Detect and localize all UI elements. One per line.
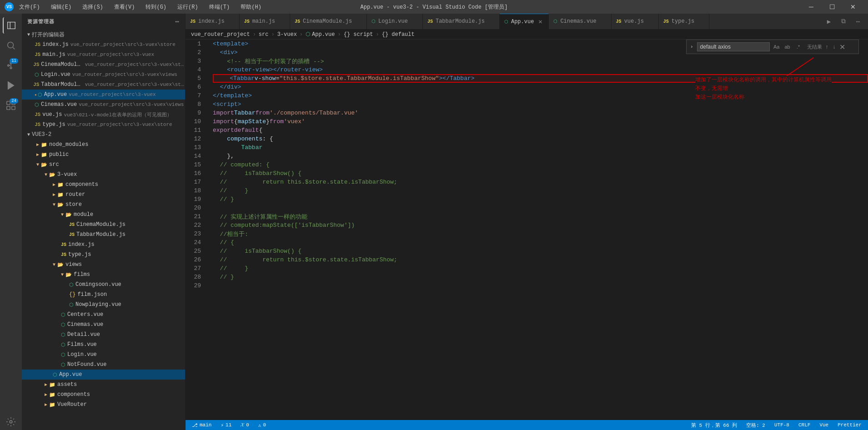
tab-index-js[interactable]: JS index.js ✕	[186, 14, 240, 29]
menu-view[interactable]: 查看(V)	[112, 2, 137, 12]
tab-close-icon[interactable]: ✕	[647, 18, 654, 25]
tab-close-icon[interactable]: ✕	[537, 18, 544, 25]
tree-views[interactable]: ▼ 📂 views	[22, 260, 185, 270]
tree-store-type-js[interactable]: JS type.js	[22, 250, 185, 260]
status-encoding[interactable]: UTF-8	[773, 422, 791, 428]
whole-word-button[interactable]: ab	[783, 42, 793, 52]
menu-edit[interactable]: 编辑(E)	[49, 2, 74, 12]
tree-nowplaying-vue[interactable]: ⬡ Nowplaying.vue	[22, 300, 185, 310]
tree-film-json[interactable]: {} film.json	[22, 290, 185, 300]
breadcrumb-project[interactable]: vue_router_project	[191, 31, 250, 38]
breadcrumb-script[interactable]: {} script	[344, 31, 373, 38]
tab-cinema-module-js[interactable]: JS CinemaModule.js ✕	[290, 14, 367, 29]
tree-components-top[interactable]: ▶ 📁 components	[22, 390, 185, 400]
tree-detail-vue[interactable]: ⬡ Detail.vue	[22, 330, 185, 340]
tree-films-vue[interactable]: ⬡ Films.vue	[22, 340, 185, 350]
status-indent[interactable]: 空格: 2	[744, 422, 767, 429]
breadcrumb-src[interactable]: src	[259, 31, 269, 38]
status-warnings[interactable]: 𝓧 0	[239, 422, 251, 428]
tree-store-index-js[interactable]: JS index.js	[22, 240, 185, 250]
tab-cinemas-vue[interactable]: ⬡ Cinemas.vue ✕	[549, 14, 611, 29]
tree-assets[interactable]: ▶ 📁 assets	[22, 380, 185, 390]
status-branch[interactable]: ⎇ main	[190, 422, 213, 428]
tree-notfound-vue[interactable]: ⬡ NotFound.vue	[22, 360, 185, 370]
open-file-main-js[interactable]: JS main.js vue_router_project\src\3-vuex	[22, 50, 185, 60]
menu-goto[interactable]: 转到(G)	[144, 2, 168, 12]
open-file-tabbar-module-js[interactable]: JS TabbarModule.js vue_router_project\sr…	[22, 80, 185, 90]
sidebar-header-icons[interactable]: ⋯	[176, 18, 180, 25]
project-section[interactable]: ▼ VUE3-2	[22, 130, 185, 140]
status-eol[interactable]: CRLF	[797, 422, 812, 428]
menu-select[interactable]: 选择(S)	[80, 2, 105, 12]
find-prev-button[interactable]: ↑	[824, 43, 830, 51]
tab-app-vue[interactable]: ⬡ App.vue ✕	[500, 14, 549, 29]
status-cursor[interactable]: 第 5 行，第 66 列	[689, 422, 739, 429]
tab-close-icon[interactable]: ✕	[227, 18, 235, 25]
split-editor-button[interactable]: ⧉	[837, 16, 850, 26]
open-file-cinema-module-js[interactable]: JS CinemaModule.js vue_router_project\sr…	[22, 60, 185, 70]
activity-explorer[interactable]	[3, 17, 19, 34]
tab-login-vue[interactable]: ⬡ Login.vue ✕	[367, 14, 423, 29]
tab-close-icon[interactable]: ✕	[487, 18, 495, 25]
breadcrumb-appvue[interactable]: ⬡ App.vue	[306, 31, 335, 38]
tree-node-modules[interactable]: ▶ 📁 node_modules	[22, 140, 185, 150]
tab-close-icon[interactable]: ✕	[411, 18, 418, 25]
find-close-button[interactable]: ✕	[839, 43, 845, 51]
tree-src[interactable]: ▼ 📂 src	[22, 160, 185, 170]
activity-settings[interactable]	[3, 414, 19, 430]
run-button[interactable]: ▶	[823, 16, 835, 26]
breadcrumb-3vuex[interactable]: 3-vuex	[277, 31, 297, 38]
menu-terminal[interactable]: 终端(T)	[207, 2, 232, 12]
breadcrumb-default[interactable]: {} default	[382, 31, 415, 38]
find-next-button[interactable]: ↓	[831, 43, 838, 51]
menu-file[interactable]: 文件(F)	[17, 2, 42, 12]
tab-close-icon[interactable]: ✕	[599, 18, 607, 25]
tree-vuerouter[interactable]: ▶ 📁 VueRouter	[22, 400, 185, 410]
tree-3vuex[interactable]: ▼ 📂 3-vuex	[22, 170, 185, 180]
status-language[interactable]: Vue	[818, 422, 830, 428]
status-formatter[interactable]: Prettier	[836, 422, 863, 428]
tab-type-js[interactable]: JS type.js ✕	[659, 14, 709, 29]
maximize-button[interactable]: ☐	[822, 0, 843, 14]
tab-close-icon[interactable]: ✕	[278, 18, 285, 25]
regex-button[interactable]: .*	[793, 42, 803, 52]
open-file-vue-js[interactable]: JS vue.js vue3\021-v-model在表单的运用（可见视图）	[22, 110, 185, 120]
tree-router[interactable]: ▶ 📁 router	[22, 190, 185, 200]
open-file-type-js[interactable]: JS type.js vue_router_project\src\3-vuex…	[22, 120, 185, 130]
tree-tabbar-module-js[interactable]: JS TabbarModule.js	[22, 230, 185, 240]
activity-extensions[interactable]: 24	[3, 97, 19, 114]
tree-module[interactable]: ▼ 📂 module	[22, 210, 185, 220]
tab-tabbar-module-js[interactable]: JS TabbarModule.js ✕	[423, 14, 500, 29]
case-sensitive-button[interactable]: Aa	[772, 42, 782, 52]
tree-store[interactable]: ▼ 📂 store	[22, 200, 185, 210]
more-actions-button[interactable]: ⋯	[852, 16, 864, 26]
open-file-app-vue[interactable]: ● ⬡ App.vue vue_router_project\src\3-vue…	[22, 90, 185, 100]
tab-close-icon[interactable]: ✕	[355, 18, 362, 25]
tree-public[interactable]: ▶ 📁 public	[22, 150, 185, 160]
open-file-index-js[interactable]: JS index.js vue_router_project\src\3-vue…	[22, 40, 185, 50]
tab-close-icon[interactable]: ✕	[697, 18, 704, 25]
minimize-button[interactable]: ─	[801, 0, 822, 14]
open-file-cinemas-vue[interactable]: ⬡ Cinemas.vue vue_router_project\src\3-v…	[22, 100, 185, 110]
activity-search[interactable]	[3, 37, 19, 54]
tree-cinema-module-js[interactable]: JS CinemaModule.js	[22, 220, 185, 230]
tree-centers-vue[interactable]: ⬡ Centers.vue	[22, 310, 185, 320]
tree-components[interactable]: ▶ 📁 components	[22, 180, 185, 190]
tree-cinemas-vue[interactable]: ⬡ Cinemas.vue	[22, 320, 185, 330]
tree-app-vue[interactable]: ⬡ App.vue	[22, 370, 185, 380]
tree-login-vue[interactable]: ⬡ Login.vue	[22, 350, 185, 360]
tree-comingsoon-vue[interactable]: ⬡ Comingsoon.vue	[22, 280, 185, 290]
open-file-login-vue[interactable]: ⬡ Login.vue vue_router_project\src\3-vue…	[22, 70, 185, 80]
code-editor[interactable]: › Aa ab .* 无结果 ↑ ↓ ✕ 增加了一层模	[208, 40, 868, 420]
tab-vue-js[interactable]: JS vue.js ✕	[612, 14, 659, 29]
activity-run[interactable]	[3, 77, 19, 94]
status-info[interactable]: ⚠ 0	[256, 422, 268, 428]
tab-main-js[interactable]: JS main.js ✕	[240, 14, 290, 29]
status-errors[interactable]: ⚡ 11	[219, 422, 233, 428]
activity-git[interactable]: 11	[3, 57, 19, 74]
find-input[interactable]	[697, 42, 770, 51]
menu-help[interactable]: 帮助(H)	[239, 2, 263, 12]
new-file-icon[interactable]: ⋯	[176, 18, 180, 25]
menu-run[interactable]: 运行(R)	[176, 2, 200, 12]
open-editors-section[interactable]: ▼ 打开的编辑器	[22, 30, 185, 40]
